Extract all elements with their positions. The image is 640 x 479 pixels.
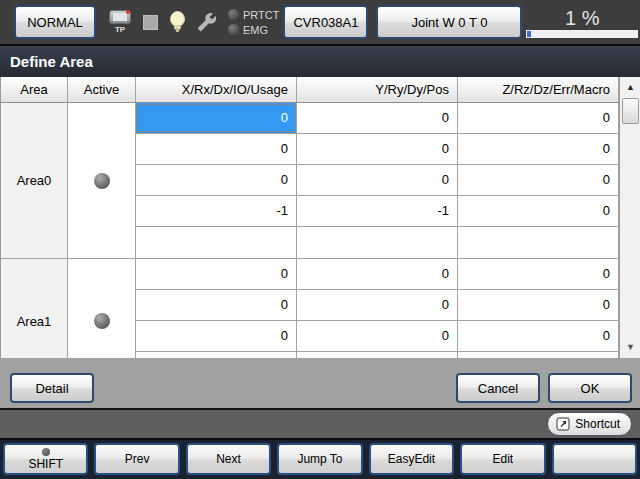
wrench-icon[interactable] <box>197 12 217 32</box>
table-scrollbar[interactable]: ▲ ▼ <box>619 77 640 358</box>
speed-percent-value: 1 % <box>526 7 638 30</box>
cell-area0-r1-x[interactable]: 0 <box>136 134 297 164</box>
area1-active-cell[interactable] <box>68 259 136 358</box>
cell-area0-r4-z[interactable] <box>458 227 619 258</box>
prtct-led-icon <box>228 9 239 20</box>
cell-area0-r2-z[interactable]: 0 <box>458 165 619 195</box>
emg-led-icon <box>228 24 239 35</box>
emg-label: EMG <box>243 24 268 36</box>
cell-area0-r1-z[interactable]: 0 <box>458 134 619 164</box>
area0-label: Area0 <box>1 103 68 258</box>
fkey-shift-button[interactable]: SHIFT <box>3 443 88 475</box>
cell-area0-r0-x[interactable]: 0 <box>136 103 297 133</box>
detail-button[interactable]: Detail <box>10 373 94 403</box>
area0-active-cell[interactable] <box>68 103 136 258</box>
fkey-jumpto-button[interactable]: Jump To <box>277 443 362 475</box>
cell-area0-r4-x[interactable] <box>136 227 297 258</box>
area-group-area1: Area1 0 0 0 0 0 0 0 <box>1 259 619 358</box>
area-table-main: Area Active X/Rx/Dx/IO/Usage Y/Ry/Dy/Pos… <box>1 77 619 358</box>
cell-area0-r2-x[interactable]: 0 <box>136 165 297 195</box>
status-icon-cluster: TP PRTCT EMG <box>108 9 279 36</box>
teach-pendant-icon[interactable]: TP <box>108 10 132 34</box>
status-bar: NORMAL TP PRTCT <box>0 0 640 46</box>
cell-area1-r2-y[interactable]: 0 <box>297 321 458 351</box>
table-row: 0 0 0 <box>136 134 619 165</box>
fkey-easyedit-label: EasyEdit <box>388 452 435 466</box>
area1-label: Area1 <box>1 259 68 358</box>
cell-area1-r1-x[interactable]: 0 <box>136 290 297 320</box>
area-table: Area Active X/Rx/Dx/IO/Usage Y/Ry/Dy/Pos… <box>0 77 640 358</box>
table-row: 0 0 0 <box>136 165 619 196</box>
scroll-up-icon[interactable]: ▲ <box>620 77 640 97</box>
cell-area0-r4-y[interactable] <box>297 227 458 258</box>
table-row: 0 0 0 <box>136 321 619 352</box>
fkey-next-button[interactable]: Next <box>186 443 271 475</box>
prtct-label: PRTCT <box>243 9 279 21</box>
area1-rows: 0 0 0 0 0 0 0 0 0 <box>136 259 619 358</box>
table-row: 0 0 0 <box>136 290 619 321</box>
action-button-area: Detail Cancel OK <box>0 358 640 408</box>
table-row: -1 -1 0 <box>136 196 619 227</box>
fkey-shift-label: SHIFT <box>28 457 63 471</box>
column-header-z: Z/Rz/Dz/Err/Macro <box>458 77 619 102</box>
ok-button[interactable]: OK <box>548 373 632 403</box>
cell-area0-r3-z[interactable]: 0 <box>458 196 619 226</box>
column-header-y: Y/Ry/Dy/Pos <box>297 77 458 102</box>
table-row <box>136 227 619 258</box>
cancel-button[interactable]: Cancel <box>456 373 540 403</box>
cell-area1-r0-z[interactable]: 0 <box>458 259 619 289</box>
function-key-bar: SHIFT Prev Next Jump To EasyEdit Edit <box>0 438 640 479</box>
fkey-prev-button[interactable]: Prev <box>94 443 179 475</box>
scroll-down-icon[interactable]: ▼ <box>620 338 640 356</box>
mode-normal-label: NORMAL <box>27 15 83 30</box>
fkey-edit-label: Edit <box>492 452 513 466</box>
area-group-area0: Area0 0 0 0 0 0 0 0 <box>1 103 619 259</box>
teach-pendant-icon-body <box>109 10 131 24</box>
table-row: 0 0 0 <box>136 259 619 290</box>
dialog-title-bar: Define Area <box>0 46 640 77</box>
cell-area1-r2-z[interactable]: 0 <box>458 321 619 351</box>
teach-pendant-screen: NORMAL TP PRTCT <box>0 0 640 479</box>
column-header-x: X/Rx/Dx/IO/Usage <box>136 77 297 102</box>
emg-indicator: EMG <box>228 24 279 36</box>
shift-led-icon <box>42 448 50 456</box>
lamp-icon[interactable] <box>169 11 186 33</box>
shortcut-launch-icon <box>556 417 570 431</box>
cell-area1-r0-x[interactable]: 0 <box>136 259 297 289</box>
mode-normal-button[interactable]: NORMAL <box>14 5 96 39</box>
column-header-area: Area <box>1 77 68 102</box>
program-button-label: CVR038A1 <box>293 15 358 30</box>
area0-active-led-icon <box>94 173 110 189</box>
program-button[interactable]: CVR038A1 <box>283 5 368 39</box>
speed-progress-bar <box>526 30 638 38</box>
cell-area1-r0-y[interactable]: 0 <box>297 259 458 289</box>
teach-pendant-icon-led <box>126 10 130 14</box>
cell-area0-r0-z[interactable]: 0 <box>458 103 619 133</box>
fkey-empty-button[interactable] <box>552 443 637 475</box>
coordinate-mode-label: Joint W 0 T 0 <box>411 15 487 30</box>
cell-area0-r1-y[interactable]: 0 <box>297 134 458 164</box>
fkey-jumpto-label: Jump To <box>297 452 342 466</box>
cell-area0-r0-y[interactable]: 0 <box>297 103 458 133</box>
scroll-thumb[interactable] <box>622 98 639 124</box>
prtct-indicator: PRTCT <box>228 9 279 21</box>
area0-rows: 0 0 0 0 0 0 0 0 0 -1 <box>136 103 619 258</box>
coordinate-mode-button[interactable]: Joint W 0 T 0 <box>376 5 522 39</box>
safety-indicators: PRTCT EMG <box>228 9 279 36</box>
cell-area1-r1-z[interactable]: 0 <box>458 290 619 320</box>
detail-button-label: Detail <box>35 381 68 396</box>
cell-area1-r1-y[interactable]: 0 <box>297 290 458 320</box>
cell-area0-r2-y[interactable]: 0 <box>297 165 458 195</box>
cell-area0-r3-x[interactable]: -1 <box>136 196 297 226</box>
stop-square-icon[interactable] <box>143 15 158 30</box>
fkey-next-label: Next <box>216 452 241 466</box>
fkey-edit-button[interactable]: Edit <box>460 443 545 475</box>
cancel-button-label: Cancel <box>478 381 518 396</box>
fkey-easyedit-button[interactable]: EasyEdit <box>369 443 454 475</box>
cell-area0-r3-y[interactable]: -1 <box>297 196 458 226</box>
shortcut-button[interactable]: Shortcut <box>547 412 632 436</box>
shortcut-button-label: Shortcut <box>575 417 620 431</box>
cell-area1-r2-x[interactable]: 0 <box>136 321 297 351</box>
column-header-active: Active <box>68 77 136 102</box>
speed-progress-fill <box>527 31 531 37</box>
